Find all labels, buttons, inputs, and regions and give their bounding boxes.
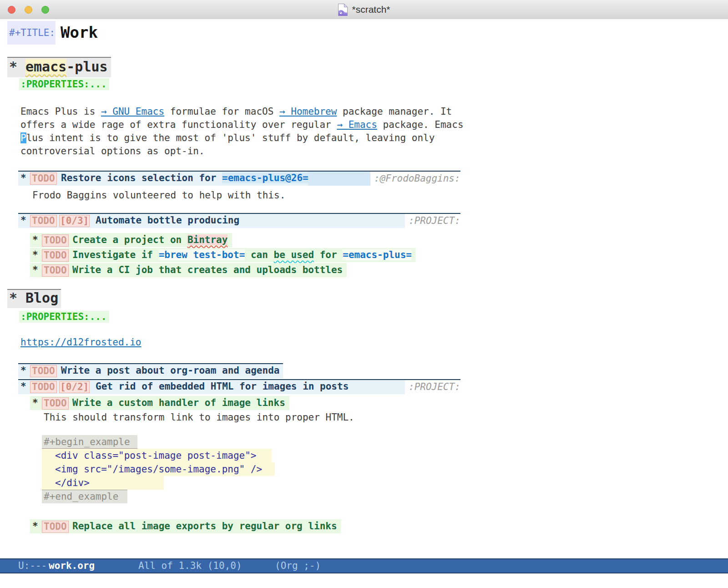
heading-star[interactable]: * — [20, 171, 26, 186]
heading-text[interactable]: Create a project on Bintray — [72, 233, 228, 248]
paragraph-line[interactable]: Plus intent is to give the most of 'plus… — [0, 132, 728, 145]
title-keyword[interactable]: #+TITLE: — [9, 21, 55, 45]
heading-star[interactable]: * — [20, 363, 26, 378]
minimize-button[interactable] — [25, 6, 32, 14]
todo-heading-create-project[interactable]: * TODO Create a project on Bintray — [0, 233, 728, 248]
heading-text[interactable]: Automate bottle producing — [96, 213, 239, 228]
zoom-button[interactable] — [41, 6, 49, 14]
emacs-window: *scratch* #+TITLE: Work * emacs-plus :PR… — [0, 0, 728, 588]
heading-text[interactable]: Replace all image exports by regular org… — [72, 519, 337, 534]
example-code-line[interactable]: <img src="/images/some-image.png" /> — [0, 462, 728, 476]
verbatim-text[interactable]: =emacs-plus@26= — [222, 172, 308, 183]
progress-cookie[interactable]: [0/3] — [59, 215, 90, 227]
editor-buffer[interactable]: #+TITLE: Work * emacs-plus :PROPERTIES:.… — [0, 19, 728, 558]
properties-label[interactable]: :PROPERTIES:... — [20, 78, 107, 90]
heading-star[interactable]: * — [20, 213, 26, 228]
example-end-line[interactable]: #+end_example — [0, 490, 728, 503]
grammar-underline[interactable]: be used — [274, 249, 314, 260]
paragraph-line[interactable]: offers a wide rage of extra functionalit… — [0, 118, 728, 132]
todo-keyword[interactable]: TODO — [42, 521, 69, 533]
example-code-line[interactable]: </div> — [0, 476, 728, 490]
todo-keyword[interactable]: TODO — [42, 264, 69, 277]
heading-text[interactable]: Write a CI job that creates and uploads … — [72, 263, 343, 278]
org-title-line[interactable]: #+TITLE: Work — [0, 21, 728, 45]
modeline-state[interactable]: U:--- — [18, 559, 47, 573]
heading-text[interactable]: Investigate if =brew test-bot= can be us… — [72, 248, 412, 263]
heading-text[interactable]: Write a custom handler of image links — [72, 395, 285, 411]
mode-line[interactable]: U:--- work.org All of 1.3k (10,0) (Org ;… — [0, 558, 728, 573]
window-title: *scratch* — [352, 4, 390, 15]
todo-heading-write-post[interactable]: * TODO Write a post about org-roam and a… — [0, 363, 728, 378]
body-line[interactable]: This should transform link to images int… — [0, 411, 728, 424]
traffic-lights — [8, 0, 49, 19]
heading-text[interactable]: Blog — [25, 289, 58, 307]
todo-keyword[interactable]: TODO — [42, 234, 69, 247]
heading-text[interactable]: Get rid of embedded HTML for images in p… — [96, 379, 349, 394]
text-cursor: P — [20, 132, 26, 143]
link-d12frosted[interactable]: https://d12frosted.io — [20, 336, 142, 349]
todo-heading-investigate[interactable]: * TODO Investigate if =brew test-bot= ca… — [0, 248, 728, 263]
titlebar[interactable]: *scratch* — [0, 0, 728, 20]
verbatim-text[interactable]: =emacs-plus= — [343, 249, 412, 260]
example-code-line[interactable]: <div class="post-image post-image"> — [0, 449, 728, 462]
link-emacs[interactable]: → Emacs — [337, 119, 377, 130]
example-begin-line[interactable]: #+begin_example — [0, 435, 728, 449]
close-button[interactable] — [8, 6, 15, 14]
echo-area[interactable] — [0, 573, 728, 588]
modeline-buffer-name[interactable]: work.org — [49, 559, 95, 573]
todo-keyword[interactable]: TODO — [30, 365, 57, 377]
link-gnu-emacs[interactable]: → GNU Emacs — [101, 106, 164, 117]
todo-heading-replace-exports[interactable]: * TODO Replace all image exports by regu… — [0, 519, 728, 534]
document-icon — [338, 3, 348, 16]
paragraph-line[interactable]: controversial options as opt-in. — [0, 145, 728, 158]
todo-keyword[interactable]: TODO — [30, 215, 57, 227]
window-title-group: *scratch* — [338, 3, 390, 16]
heading-emacs-plus[interactable]: * emacs-plus — [0, 57, 728, 77]
link-line[interactable]: https://d12frosted.io — [0, 336, 728, 349]
heading-text[interactable]: Write a post about org-roam and agenda — [61, 363, 279, 378]
heading-star[interactable]: * — [32, 248, 38, 263]
heading-star[interactable]: * — [32, 263, 38, 278]
link-homebrew[interactable]: → Homebrew — [279, 106, 337, 117]
progress-cookie[interactable]: [0/2] — [59, 381, 90, 393]
properties-drawer[interactable]: :PROPERTIES:... — [0, 311, 728, 323]
properties-drawer[interactable]: :PROPERTIES:... — [0, 78, 728, 90]
heading-star[interactable]: * — [9, 57, 17, 76]
unlinked-ref-highlight[interactable]: emacs — [25, 59, 66, 75]
heading-star[interactable]: * — [20, 379, 26, 394]
modeline-position[interactable]: All of 1.3k (10,0) — [138, 559, 242, 573]
properties-label[interactable]: :PROPERTIES:... — [20, 311, 107, 323]
todo-heading-write-ci-job[interactable]: * TODO Write a CI job that creates and u… — [0, 263, 728, 278]
heading-text[interactable]: Restore icons selection for =emacs-plus@… — [61, 171, 308, 186]
org-tag[interactable]: :@FrodoBaggins: — [370, 172, 460, 186]
todo-keyword[interactable]: TODO — [30, 172, 57, 185]
heading-text[interactable]: emacs-plus — [25, 57, 108, 76]
todo-heading-restore-icons[interactable]: * TODO Restore icons selection for =emac… — [0, 171, 728, 186]
misspelled-word[interactable]: Bintray — [187, 234, 228, 245]
heading-star[interactable]: * — [32, 519, 38, 534]
paragraph-line[interactable]: Emacs Plus is → GNU Emacs formulae for m… — [0, 105, 728, 118]
heading-star[interactable]: * — [32, 233, 38, 248]
todo-keyword[interactable]: TODO — [30, 381, 57, 393]
heading-star[interactable]: * — [32, 395, 38, 411]
org-tag[interactable]: :PROJECT: — [405, 214, 460, 228]
modeline-major-mode[interactable]: (Org ;-) — [275, 559, 321, 573]
todo-heading-custom-handler[interactable]: * TODO Write a custom handler of image l… — [0, 395, 728, 411]
heading-star[interactable]: * — [9, 289, 17, 307]
body-line[interactable]: Frodo Baggins volunteered to help with t… — [0, 189, 728, 202]
document-title[interactable]: Work — [61, 21, 98, 44]
todo-keyword[interactable]: TODO — [42, 249, 69, 262]
todo-heading-get-rid-html[interactable]: * TODO [0/2] Get rid of embedded HTML fo… — [0, 379, 728, 394]
verbatim-strip — [308, 172, 370, 186]
org-tag[interactable]: :PROJECT: — [405, 380, 460, 394]
todo-heading-automate-bottle[interactable]: * TODO [0/3] Automate bottle producing :… — [0, 213, 728, 228]
heading-blog[interactable]: * Blog — [0, 289, 728, 308]
verbatim-text[interactable]: =brew test-bot= — [159, 249, 245, 260]
todo-keyword[interactable]: TODO — [42, 397, 69, 410]
